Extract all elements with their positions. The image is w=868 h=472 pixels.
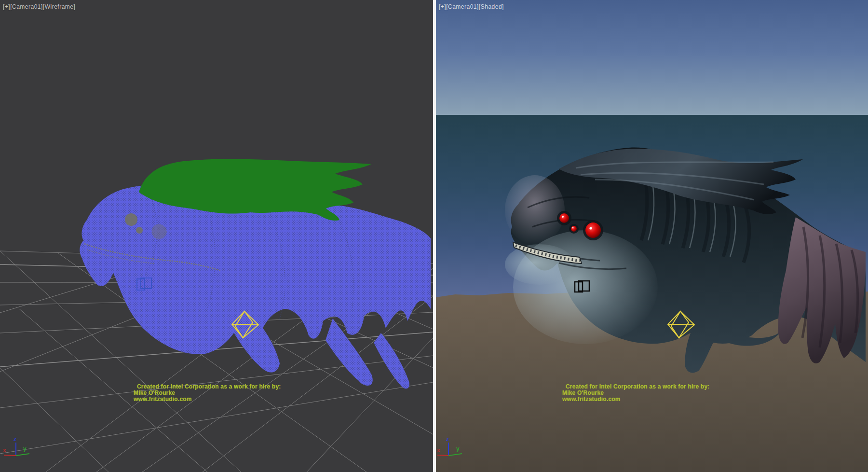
axis-z-label: z: [14, 436, 16, 443]
axis-x-label: x: [3, 447, 6, 454]
watermark-text: Created for Intel Corporation as a work …: [562, 384, 709, 403]
watermark-line-3: www.fritzstudio.com: [562, 396, 709, 403]
viewport-label-shaded[interactable]: [+][Camera01][Shaded]: [439, 3, 504, 10]
watermark-text: Created for Intel Corporation as a work …: [134, 384, 281, 403]
head-sheen: [505, 175, 565, 245]
viewport-wireframe[interactable]: [+][Camera01][Wireframe]: [0, 0, 433, 472]
axis-z-label: z: [446, 436, 449, 443]
viewport-label-wireframe[interactable]: [+][Camera01][Wireframe]: [3, 3, 75, 10]
axis-y-label: y: [23, 445, 27, 452]
axis-tripod: z x y: [0, 436, 39, 470]
axis-tripod: z x y: [436, 436, 475, 470]
viewport-shaded[interactable]: [+][Camera01][Shaded]: [436, 0, 868, 472]
watermark-line-3: www.fritzstudio.com: [134, 396, 281, 403]
axis-y-label: y: [456, 445, 460, 452]
dual-viewport-stage: [+][Camera01][Wireframe]: [0, 0, 868, 472]
axis-x-label: x: [437, 447, 440, 454]
